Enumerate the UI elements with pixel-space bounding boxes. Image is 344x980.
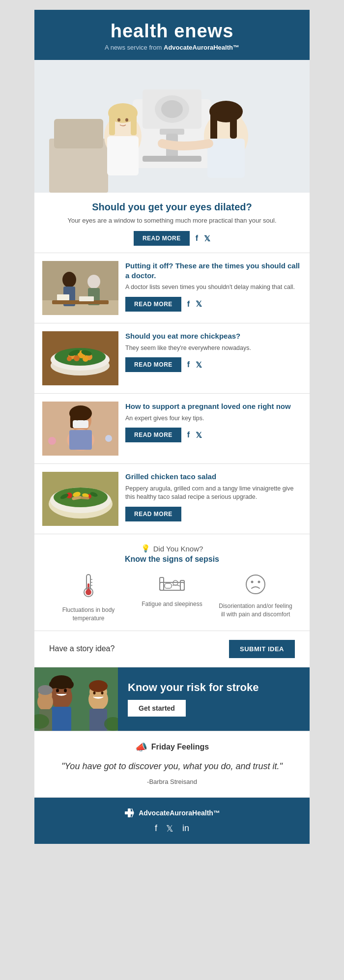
lightbulb-icon: 💡 bbox=[141, 544, 150, 553]
article-read-more-button[interactable]: READ MORE bbox=[125, 507, 181, 521]
hero-section: Should you get your eyes dilated? Your e… bbox=[34, 193, 310, 253]
advocate-logo-icon bbox=[124, 807, 135, 818]
friday-feelings-title: Friday Feelings bbox=[151, 743, 209, 751]
twitter-icon[interactable]: 𝕏 bbox=[204, 234, 210, 243]
article-description: An expert gives four key tips. bbox=[125, 414, 302, 423]
svg-point-44 bbox=[83, 356, 88, 362]
svg-rect-58 bbox=[69, 430, 92, 450]
facebook-icon[interactable]: f bbox=[187, 300, 190, 309]
symptom-item: Fluctuations in body temperature bbox=[52, 574, 125, 623]
article-description: They seem like they're everywhere nowada… bbox=[125, 344, 302, 353]
article-description: A doctor lists seven times you shouldn't… bbox=[125, 283, 302, 292]
svg-point-55 bbox=[83, 417, 86, 421]
svg-rect-97 bbox=[52, 707, 71, 731]
stroke-get-started-button[interactable]: Get started bbox=[128, 700, 186, 717]
friday-feelings-header: 📣 Friday Feelings bbox=[54, 741, 290, 753]
svg-rect-3 bbox=[54, 119, 103, 148]
submit-idea-button[interactable]: SUBMIT IDEA bbox=[229, 640, 295, 658]
article-read-more-button[interactable]: READ MORE bbox=[125, 297, 181, 312]
thermometer-icon bbox=[79, 574, 98, 602]
svg-rect-53 bbox=[73, 420, 88, 428]
stroke-banner: Know your risk for stroke Get started bbox=[34, 667, 310, 731]
footer-linkedin-icon[interactable]: in bbox=[182, 823, 189, 834]
story-idea-text: Have a story idea? bbox=[49, 644, 115, 653]
svg-point-18 bbox=[125, 118, 128, 122]
twitter-icon[interactable]: 𝕏 bbox=[196, 431, 202, 440]
did-you-know-section: 💡 Did You Know? Know the signs of sepsis bbox=[34, 534, 310, 631]
symptom-item: Fatigue and sleepiness bbox=[135, 574, 209, 608]
friday-feelings-author: -Barbra Streisand bbox=[54, 778, 290, 785]
footer-logo: AdvocateAuroraHealth™ bbox=[44, 807, 300, 818]
svg-rect-84 bbox=[165, 583, 172, 588]
article-content: Grilled chicken taco salad Peppery arugu… bbox=[125, 472, 302, 521]
svg-rect-105 bbox=[89, 709, 107, 731]
svg-point-87 bbox=[251, 581, 254, 583]
twitter-icon[interactable]: 𝕏 bbox=[196, 360, 202, 370]
hero-read-more-button[interactable]: READ MORE bbox=[134, 231, 190, 246]
svg-point-30 bbox=[87, 275, 100, 288]
svg-point-17 bbox=[117, 118, 120, 122]
article-title: How to support a pregnant loved one righ… bbox=[125, 402, 302, 411]
svg-point-100 bbox=[38, 685, 53, 695]
svg-point-107 bbox=[101, 692, 104, 694]
svg-point-60 bbox=[105, 435, 112, 442]
svg-rect-22 bbox=[210, 112, 217, 141]
article-thumbnail bbox=[42, 402, 118, 456]
article-read-more-button[interactable]: READ MORE bbox=[125, 357, 181, 372]
footer-facebook-icon[interactable]: f bbox=[155, 823, 157, 834]
friday-feelings-section: 📣 Friday Feelings "You have got to disco… bbox=[34, 731, 310, 798]
hero-description: Your eyes are a window to something much… bbox=[54, 217, 290, 224]
hero-actions: READ MORE f 𝕏 bbox=[54, 231, 290, 246]
svg-rect-34 bbox=[57, 294, 69, 300]
footer-social-links: f 𝕏 in bbox=[44, 823, 300, 834]
article-content: Should you eat more chickpeas? They seem… bbox=[125, 331, 302, 372]
article-row: Should you eat more chickpeas? They seem… bbox=[34, 323, 310, 394]
svg-rect-10 bbox=[143, 156, 201, 162]
svg-rect-16 bbox=[107, 136, 139, 175]
did-you-know-label: Did You Know? bbox=[153, 545, 203, 553]
hero-image bbox=[34, 60, 310, 193]
footer-brand-name: AdvocateAuroraHealth™ bbox=[139, 809, 220, 817]
svg-point-54 bbox=[76, 417, 79, 421]
svg-rect-27 bbox=[42, 261, 118, 300]
megaphone-icon: 📣 bbox=[135, 741, 147, 753]
hero-title: Should you get your eyes dilated? bbox=[54, 202, 290, 213]
svg-rect-33 bbox=[79, 296, 94, 301]
article-thumbnail bbox=[42, 331, 118, 385]
article-title: Putting it off? These are the times you … bbox=[125, 261, 302, 280]
header: health enews A news service from Advocat… bbox=[34, 10, 310, 60]
stroke-banner-content: Know your risk for stroke Get started bbox=[118, 667, 310, 731]
stroke-banner-image bbox=[34, 667, 118, 731]
article-row: Putting it off? These are the times you … bbox=[34, 253, 310, 323]
email-container: health enews A news service from Advocat… bbox=[34, 10, 310, 844]
facebook-icon[interactable]: f bbox=[196, 234, 198, 243]
svg-rect-111 bbox=[125, 811, 134, 814]
article-title: Should you eat more chickpeas? bbox=[125, 331, 302, 341]
facebook-icon[interactable]: f bbox=[187, 431, 190, 439]
symptoms-list: Fluctuations in body temperature bbox=[44, 574, 300, 623]
svg-point-43 bbox=[74, 355, 80, 361]
bed-icon bbox=[159, 574, 185, 596]
article-content: Putting it off? These are the times you … bbox=[125, 261, 302, 312]
facebook-icon[interactable]: f bbox=[187, 360, 190, 369]
stroke-banner-title: Know your risk for stroke bbox=[128, 681, 300, 694]
twitter-icon[interactable]: 𝕏 bbox=[196, 299, 202, 309]
footer-twitter-icon[interactable]: 𝕏 bbox=[166, 823, 173, 834]
article-read-more-button[interactable]: READ MORE bbox=[125, 428, 181, 442]
friday-feelings-quote: "You have got to discover you, what you … bbox=[54, 760, 290, 773]
article-title: Grilled chicken taco salad bbox=[125, 472, 302, 482]
frown-icon bbox=[245, 574, 266, 598]
svg-point-86 bbox=[246, 575, 265, 594]
svg-point-77 bbox=[86, 589, 91, 595]
svg-point-94 bbox=[66, 681, 74, 689]
header-title: health enews bbox=[44, 21, 300, 42]
symptom-label: Fluctuations in body temperature bbox=[52, 606, 125, 623]
article-thumbnail bbox=[42, 472, 118, 526]
article-row: Grilled chicken taco salad Peppery arugu… bbox=[34, 464, 310, 534]
article-content: How to support a pregnant loved one righ… bbox=[125, 402, 302, 442]
svg-point-28 bbox=[62, 272, 76, 288]
symptom-label: Disorientation and/or feeling ill with p… bbox=[219, 602, 292, 619]
svg-point-95 bbox=[56, 689, 59, 692]
symptom-label: Fatigue and sleepiness bbox=[142, 600, 202, 608]
svg-rect-23 bbox=[230, 112, 237, 139]
